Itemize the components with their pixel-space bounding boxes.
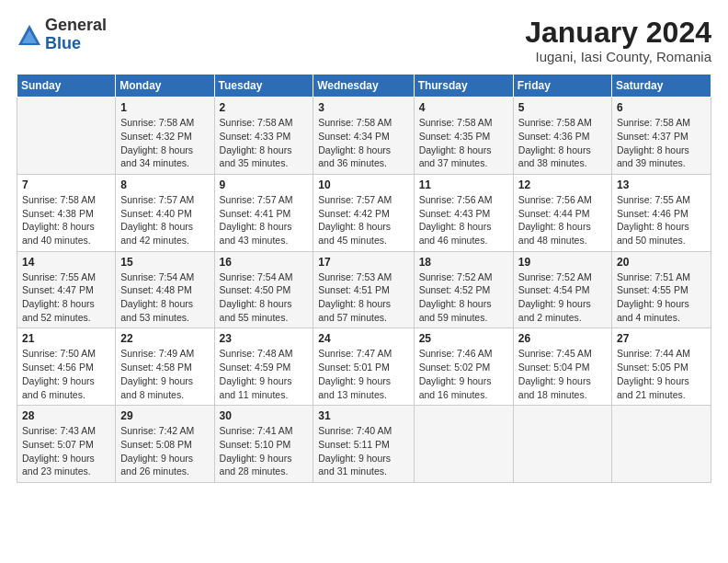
calendar-table: Sunday Monday Tuesday Wednesday Thursday…: [17, 74, 711, 483]
table-row: 27Sunrise: 7:44 AMSunset: 5:05 PMDayligh…: [612, 328, 711, 406]
day-number: 22: [120, 332, 209, 345]
day-number: 15: [120, 256, 209, 269]
day-detail: Sunrise: 7:42 AMSunset: 5:08 PMDaylight:…: [120, 424, 209, 478]
day-detail: Sunrise: 7:58 AMSunset: 4:35 PMDaylight:…: [419, 116, 508, 170]
day-detail: Sunrise: 7:58 AMSunset: 4:36 PMDaylight:…: [518, 116, 607, 170]
table-row: 14Sunrise: 7:55 AMSunset: 4:47 PMDayligh…: [17, 251, 116, 328]
table-row: 18Sunrise: 7:52 AMSunset: 4:52 PMDayligh…: [414, 251, 513, 328]
calendar-week-row: 7Sunrise: 7:58 AMSunset: 4:38 PMDaylight…: [17, 174, 711, 251]
table-row: 25Sunrise: 7:46 AMSunset: 5:02 PMDayligh…: [414, 328, 513, 406]
table-row: 19Sunrise: 7:52 AMSunset: 4:54 PMDayligh…: [513, 251, 611, 328]
logo-text: General Blue: [45, 17, 107, 53]
day-detail: Sunrise: 7:55 AMSunset: 4:47 PMDaylight:…: [22, 270, 110, 325]
table-row: 17Sunrise: 7:53 AMSunset: 4:51 PMDayligh…: [313, 251, 414, 328]
day-number: 3: [318, 101, 408, 114]
day-number: 16: [220, 256, 309, 269]
day-detail: Sunrise: 7:45 AMSunset: 5:04 PMDaylight:…: [518, 347, 607, 401]
day-detail: Sunrise: 7:41 AMSunset: 5:10 PMDaylight:…: [220, 424, 309, 478]
day-detail: Sunrise: 7:57 AMSunset: 4:40 PMDaylight:…: [120, 193, 209, 247]
day-number: 25: [419, 332, 508, 345]
day-detail: Sunrise: 7:58 AMSunset: 4:38 PMDaylight:…: [22, 193, 110, 247]
title-block: January 2024 Iugani, Iasi County, Romani…: [525, 17, 711, 64]
logo-blue: Blue: [45, 35, 107, 53]
day-number: 21: [22, 332, 110, 345]
table-row: 7Sunrise: 7:58 AMSunset: 4:38 PMDaylight…: [17, 174, 116, 251]
day-detail: Sunrise: 7:51 AMSunset: 4:55 PMDaylight:…: [617, 270, 706, 325]
day-number: 1: [120, 101, 209, 114]
day-number: 29: [120, 409, 209, 422]
day-detail: Sunrise: 7:58 AMSunset: 4:33 PMDaylight:…: [220, 116, 309, 170]
table-row: 3Sunrise: 7:58 AMSunset: 4:34 PMDaylight…: [313, 98, 414, 175]
day-number: 6: [617, 101, 706, 114]
table-row: 15Sunrise: 7:54 AMSunset: 4:48 PMDayligh…: [116, 251, 214, 328]
table-row: 29Sunrise: 7:42 AMSunset: 5:08 PMDayligh…: [116, 406, 214, 483]
header: General Blue January 2024 Iugani, Iasi C…: [17, 17, 711, 64]
calendar-week-row: 1Sunrise: 7:58 AMSunset: 4:32 PMDaylight…: [17, 98, 711, 175]
table-row: 11Sunrise: 7:56 AMSunset: 4:43 PMDayligh…: [414, 174, 513, 251]
calendar-week-row: 14Sunrise: 7:55 AMSunset: 4:47 PMDayligh…: [17, 251, 711, 328]
day-detail: Sunrise: 7:54 AMSunset: 4:50 PMDaylight:…: [220, 270, 309, 325]
day-detail: Sunrise: 7:48 AMSunset: 4:59 PMDaylight:…: [220, 347, 309, 401]
table-row: 28Sunrise: 7:43 AMSunset: 5:07 PMDayligh…: [17, 406, 116, 483]
day-detail: Sunrise: 7:40 AMSunset: 5:11 PMDaylight:…: [318, 424, 408, 478]
header-sunday: Sunday: [17, 75, 116, 98]
day-detail: Sunrise: 7:54 AMSunset: 4:48 PMDaylight:…: [120, 270, 209, 325]
day-detail: Sunrise: 7:55 AMSunset: 4:46 PMDaylight:…: [617, 193, 706, 247]
day-number: 19: [518, 256, 607, 269]
calendar-week-row: 28Sunrise: 7:43 AMSunset: 5:07 PMDayligh…: [17, 406, 711, 483]
day-number: 9: [220, 178, 309, 191]
day-detail: Sunrise: 7:50 AMSunset: 4:56 PMDaylight:…: [22, 347, 110, 401]
header-thursday: Thursday: [414, 75, 513, 98]
table-row: [414, 406, 513, 483]
day-detail: Sunrise: 7:43 AMSunset: 5:07 PMDaylight:…: [22, 424, 110, 478]
day-number: 24: [318, 332, 408, 345]
day-detail: Sunrise: 7:56 AMSunset: 4:43 PMDaylight:…: [419, 193, 508, 247]
day-number: 11: [419, 178, 508, 191]
table-row: 16Sunrise: 7:54 AMSunset: 4:50 PMDayligh…: [214, 251, 313, 328]
table-row: 9Sunrise: 7:57 AMSunset: 4:41 PMDaylight…: [214, 174, 313, 251]
table-row: [17, 98, 116, 175]
table-row: [612, 406, 711, 483]
day-number: 5: [518, 101, 607, 114]
day-number: 31: [318, 409, 408, 422]
table-row: 24Sunrise: 7:47 AMSunset: 5:01 PMDayligh…: [313, 328, 414, 406]
logo-general: General: [45, 17, 107, 35]
header-monday: Monday: [116, 75, 214, 98]
table-row: 10Sunrise: 7:57 AMSunset: 4:42 PMDayligh…: [313, 174, 414, 251]
location-title: Iugani, Iasi County, Romania: [525, 49, 711, 64]
table-row: 8Sunrise: 7:57 AMSunset: 4:40 PMDaylight…: [116, 174, 214, 251]
table-row: 4Sunrise: 7:58 AMSunset: 4:35 PMDaylight…: [414, 98, 513, 175]
table-row: 31Sunrise: 7:40 AMSunset: 5:11 PMDayligh…: [313, 406, 414, 483]
logo-icon: [17, 23, 42, 49]
table-row: 6Sunrise: 7:58 AMSunset: 4:37 PMDaylight…: [612, 98, 711, 175]
day-number: 2: [220, 101, 309, 114]
header-saturday: Saturday: [612, 75, 711, 98]
header-friday: Friday: [513, 75, 611, 98]
header-tuesday: Tuesday: [214, 75, 313, 98]
table-row: 12Sunrise: 7:56 AMSunset: 4:44 PMDayligh…: [513, 174, 611, 251]
day-number: 20: [617, 256, 706, 269]
day-detail: Sunrise: 7:57 AMSunset: 4:41 PMDaylight:…: [220, 193, 309, 247]
calendar-week-row: 21Sunrise: 7:50 AMSunset: 4:56 PMDayligh…: [17, 328, 711, 406]
day-detail: Sunrise: 7:52 AMSunset: 4:54 PMDaylight:…: [518, 270, 607, 325]
day-number: 4: [419, 101, 508, 114]
day-number: 14: [22, 256, 110, 269]
day-number: 7: [22, 178, 110, 191]
day-detail: Sunrise: 7:49 AMSunset: 4:58 PMDaylight:…: [120, 347, 209, 401]
table-row: 1Sunrise: 7:58 AMSunset: 4:32 PMDaylight…: [116, 98, 214, 175]
day-number: 26: [518, 332, 607, 345]
day-detail: Sunrise: 7:46 AMSunset: 5:02 PMDaylight:…: [419, 347, 508, 401]
page: General Blue January 2024 Iugani, Iasi C…: [0, 0, 728, 563]
month-title: January 2024: [525, 17, 711, 49]
day-detail: Sunrise: 7:52 AMSunset: 4:52 PMDaylight:…: [419, 270, 508, 325]
table-row: 20Sunrise: 7:51 AMSunset: 4:55 PMDayligh…: [612, 251, 711, 328]
day-number: 8: [120, 178, 209, 191]
logo: General Blue: [17, 17, 107, 53]
day-number: 27: [617, 332, 706, 345]
day-number: 10: [318, 178, 408, 191]
day-detail: Sunrise: 7:58 AMSunset: 4:32 PMDaylight:…: [120, 116, 209, 170]
table-row: 22Sunrise: 7:49 AMSunset: 4:58 PMDayligh…: [116, 328, 214, 406]
table-row: 13Sunrise: 7:55 AMSunset: 4:46 PMDayligh…: [612, 174, 711, 251]
day-detail: Sunrise: 7:58 AMSunset: 4:34 PMDaylight:…: [318, 116, 408, 170]
day-detail: Sunrise: 7:44 AMSunset: 5:05 PMDaylight:…: [617, 347, 706, 401]
